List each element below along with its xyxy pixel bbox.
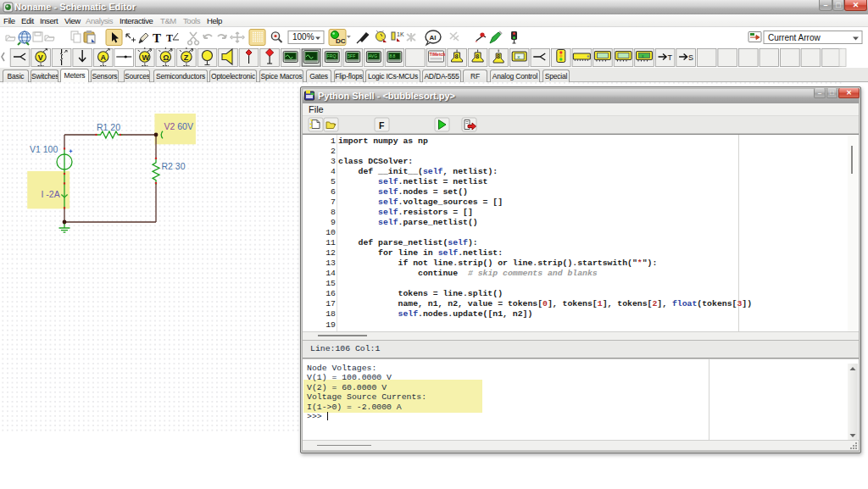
svg-text:F: F [379, 120, 385, 131]
